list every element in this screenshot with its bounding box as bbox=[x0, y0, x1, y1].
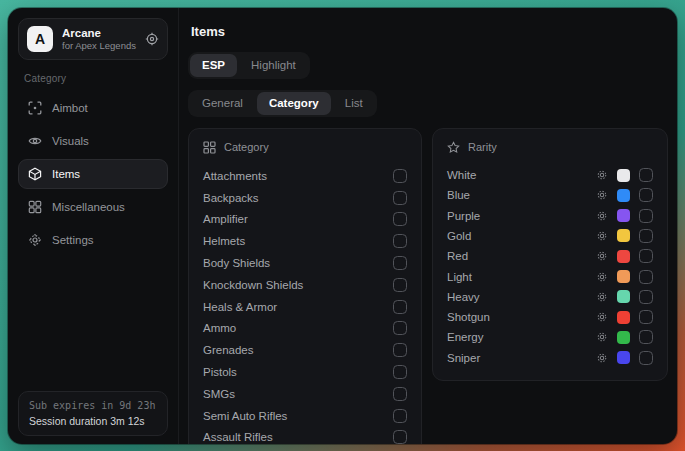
rarity-panel-title: Rarity bbox=[468, 141, 497, 153]
tab-esp[interactable]: ESP bbox=[190, 54, 237, 77]
color-swatch[interactable] bbox=[617, 189, 630, 202]
rarity-settings-icon[interactable] bbox=[596, 271, 608, 283]
category-label: Amplifier bbox=[203, 213, 248, 225]
toggle-checkbox[interactable] bbox=[639, 229, 653, 243]
rarity-row: Shotgun bbox=[447, 307, 653, 327]
toggle-checkbox[interactable] bbox=[393, 300, 407, 314]
category-label: Assault Rifles bbox=[203, 431, 273, 443]
toggle-checkbox[interactable] bbox=[393, 212, 407, 226]
color-swatch[interactable] bbox=[617, 311, 630, 324]
cube-icon bbox=[28, 167, 42, 181]
color-swatch[interactable] bbox=[617, 351, 630, 364]
sidebar: A Arcane for Apex Legends Category Aimbo bbox=[8, 8, 179, 444]
rarity-label: Red bbox=[447, 250, 468, 262]
view-tabs: General Category List bbox=[188, 90, 377, 117]
color-swatch[interactable] bbox=[617, 229, 630, 242]
category-row: Helmets bbox=[203, 230, 407, 252]
toggle-checkbox[interactable] bbox=[393, 321, 407, 335]
rarity-settings-icon[interactable] bbox=[596, 352, 608, 364]
session-info-box: Sub expires in 9d 23h Session duration 3… bbox=[18, 391, 168, 436]
category-row: SMGs bbox=[203, 383, 407, 405]
rarity-row: Light bbox=[447, 266, 653, 286]
sidebar-item-miscellaneous[interactable]: Miscellaneous bbox=[18, 192, 168, 222]
category-row: Body Shields bbox=[203, 252, 407, 274]
toggle-checkbox[interactable] bbox=[639, 290, 653, 304]
rarity-panel: Rarity White Blue bbox=[432, 128, 668, 381]
tab-highlight[interactable]: Highlight bbox=[239, 54, 308, 77]
color-swatch[interactable] bbox=[617, 209, 630, 222]
toggle-checkbox[interactable] bbox=[393, 256, 407, 270]
eye-icon bbox=[28, 134, 42, 148]
color-swatch[interactable] bbox=[617, 290, 630, 303]
toggle-checkbox[interactable] bbox=[639, 351, 653, 365]
rarity-row: Gold bbox=[447, 226, 653, 246]
gear-icon bbox=[28, 233, 42, 247]
category-label: Grenades bbox=[203, 344, 254, 356]
category-row: Semi Auto Rifles bbox=[203, 405, 407, 427]
mode-tabs-row: ESP Highlight bbox=[188, 52, 668, 79]
rarity-settings-icon[interactable] bbox=[596, 189, 608, 201]
sidebar-item-settings[interactable]: Settings bbox=[18, 225, 168, 255]
sidebar-item-visuals[interactable]: Visuals bbox=[18, 126, 168, 156]
mode-tabs: ESP Highlight bbox=[188, 52, 310, 79]
toggle-checkbox[interactable] bbox=[639, 168, 653, 182]
tab-category[interactable]: Category bbox=[257, 92, 331, 115]
toggle-checkbox[interactable] bbox=[393, 409, 407, 423]
toggle-checkbox[interactable] bbox=[639, 270, 653, 284]
brand-subtitle: for Apex Legends bbox=[62, 40, 136, 52]
sidebar-item-aimbot[interactable]: Aimbot bbox=[18, 93, 168, 123]
toggle-checkbox[interactable] bbox=[639, 209, 653, 223]
sidebar-item-items[interactable]: Items bbox=[18, 159, 168, 189]
tab-list[interactable]: List bbox=[333, 92, 375, 115]
rarity-settings-icon[interactable] bbox=[596, 169, 608, 181]
rarity-row: Purple bbox=[447, 205, 653, 225]
rarity-label: Shotgun bbox=[447, 311, 490, 323]
toggle-checkbox[interactable] bbox=[393, 365, 407, 379]
tab-general[interactable]: General bbox=[190, 92, 255, 115]
rarity-settings-icon[interactable] bbox=[596, 331, 608, 343]
rarity-label: Blue bbox=[447, 189, 470, 201]
subscription-expiry: Sub expires in 9d 23h bbox=[29, 400, 157, 411]
rarity-panel-header: Rarity bbox=[447, 141, 653, 154]
view-tabs-row: General Category List bbox=[188, 90, 668, 117]
brand-settings-icon[interactable] bbox=[145, 32, 159, 46]
toggle-checkbox[interactable] bbox=[393, 169, 407, 183]
toggle-checkbox[interactable] bbox=[639, 249, 653, 263]
toggle-checkbox[interactable] bbox=[393, 387, 407, 401]
category-label: Body Shields bbox=[203, 257, 270, 269]
rarity-settings-icon[interactable] bbox=[596, 291, 608, 303]
toggle-checkbox[interactable] bbox=[639, 188, 653, 202]
category-panel: Category Attachments Backpacks Amplifier… bbox=[188, 128, 422, 444]
rarity-settings-icon[interactable] bbox=[596, 311, 608, 323]
category-label: Pistols bbox=[203, 366, 237, 378]
brand-name: Arcane bbox=[62, 26, 136, 40]
color-swatch[interactable] bbox=[617, 331, 630, 344]
toggle-checkbox[interactable] bbox=[393, 278, 407, 292]
color-swatch[interactable] bbox=[617, 169, 630, 182]
category-row: Heals & Armor bbox=[203, 296, 407, 318]
sidebar-item-label: Items bbox=[52, 168, 80, 180]
toggle-checkbox[interactable] bbox=[639, 330, 653, 344]
main-content: Items ESP Highlight General Category Lis… bbox=[179, 8, 677, 444]
rarity-label: Energy bbox=[447, 331, 483, 343]
rarity-row: Sniper bbox=[447, 348, 653, 368]
rarity-settings-icon[interactable] bbox=[596, 230, 608, 242]
brand-card: A Arcane for Apex Legends bbox=[18, 18, 168, 60]
rarity-settings-icon[interactable] bbox=[596, 210, 608, 222]
category-label: Ammo bbox=[203, 322, 236, 334]
toggle-checkbox[interactable] bbox=[393, 234, 407, 248]
category-label: Semi Auto Rifles bbox=[203, 410, 287, 422]
toggle-checkbox[interactable] bbox=[393, 343, 407, 357]
sidebar-item-label: Aimbot bbox=[52, 102, 88, 114]
toggle-checkbox[interactable] bbox=[639, 310, 653, 324]
rarity-settings-icon[interactable] bbox=[596, 250, 608, 262]
toggle-checkbox[interactable] bbox=[393, 430, 407, 444]
color-swatch[interactable] bbox=[617, 270, 630, 283]
sidebar-item-label: Visuals bbox=[52, 135, 89, 147]
rarity-label: White bbox=[447, 169, 476, 181]
sidebar-section-label: Category bbox=[24, 73, 162, 84]
page-title: Items bbox=[191, 24, 668, 39]
toggle-checkbox[interactable] bbox=[393, 191, 407, 205]
color-swatch[interactable] bbox=[617, 250, 630, 263]
category-row: Amplifier bbox=[203, 208, 407, 230]
